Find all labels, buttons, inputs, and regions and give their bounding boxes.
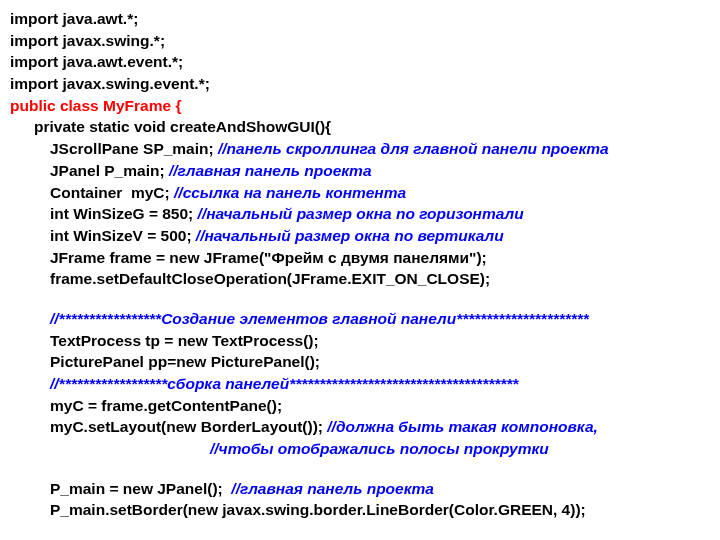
- code-comment: //начальный размер окна по вертикали: [196, 227, 504, 244]
- section-comment: //*****************Создание элементов гл…: [10, 308, 710, 330]
- comment-part: Создание элементов главной панели: [161, 310, 456, 327]
- code-line: JScrollPane SP_main; //панель скроллинга…: [10, 138, 710, 160]
- code-line: import java.awt.event.*;: [10, 51, 710, 73]
- code-line: P_main.setBorder(new javax.swing.border.…: [10, 499, 710, 521]
- comment-part: //*****************: [50, 310, 161, 327]
- code-comment: //главная панель проекта: [231, 480, 434, 497]
- comment-part: сборка панелей: [167, 375, 289, 392]
- blank-line: [10, 290, 710, 308]
- section-comment: //******************сборка панелей******…: [10, 373, 710, 395]
- code-line: import javax.swing.event.*;: [10, 73, 710, 95]
- code-text: P_main = new JPanel();: [50, 480, 231, 497]
- code-line: JFrame frame = new JFrame("Фрейм с двумя…: [10, 247, 710, 269]
- class-declaration: public class MyFrame {: [10, 95, 710, 117]
- code-line: int WinSizeG = 850; //начальный размер о…: [10, 203, 710, 225]
- code-text: myC.setLayout(new BorderLayout());: [50, 418, 327, 435]
- code-comment: //начальный размер окна по горизонтали: [198, 205, 524, 222]
- code-line: TextProcess tp = new TextProcess();: [10, 330, 710, 352]
- code-line: myC.setLayout(new BorderLayout()); //дол…: [10, 416, 710, 438]
- code-text: Container myC;: [50, 184, 174, 201]
- code-comment-continued: //чтобы отображались полосы прокрутки: [10, 438, 710, 460]
- code-line: Container myC; //ссылка на панель контен…: [10, 182, 710, 204]
- code-line: frame.setDefaultCloseOperation(JFrame.EX…: [10, 268, 710, 290]
- code-line: myC = frame.getContentPane();: [10, 395, 710, 417]
- code-comment: //ссылка на панель контента: [174, 184, 406, 201]
- code-text: int WinSizeV = 500;: [50, 227, 196, 244]
- code-comment: //должна быть такая компоновка,: [327, 418, 598, 435]
- code-text: JScrollPane SP_main;: [50, 140, 218, 157]
- code-text: JPanel P_main;: [50, 162, 169, 179]
- code-comment: //панель скроллинга для главной панели п…: [218, 140, 609, 157]
- method-signature: private static void createAndShowGUI(){: [10, 116, 710, 138]
- code-line: JPanel P_main; //главная панель проекта: [10, 160, 710, 182]
- blank-line: [10, 460, 710, 478]
- code-comment: //главная панель проекта: [169, 162, 372, 179]
- code-text: int WinSizeG = 850;: [50, 205, 198, 222]
- code-line: import javax.swing.*;: [10, 30, 710, 52]
- code-line: import java.awt.*;: [10, 8, 710, 30]
- comment-part: **********************: [456, 310, 589, 327]
- code-line: int WinSizeV = 500; //начальный размер о…: [10, 225, 710, 247]
- code-line: PicturePanel pp=new PicturePanel();: [10, 351, 710, 373]
- code-line: P_main = new JPanel(); //главная панель …: [10, 478, 710, 500]
- comment-part: //******************: [50, 375, 167, 392]
- comment-part: **************************************: [289, 375, 518, 392]
